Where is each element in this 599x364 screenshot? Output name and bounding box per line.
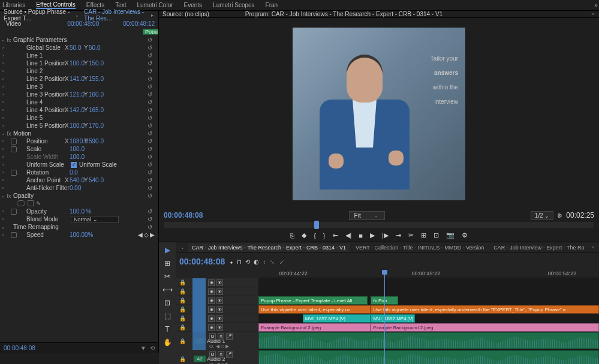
property-row[interactable]: ›Line 2↺ bbox=[0, 67, 158, 75]
track-label[interactable]: A2 bbox=[194, 356, 206, 362]
filter-icon[interactable]: ▼ bbox=[140, 345, 146, 351]
reset-icon[interactable]: ↺ bbox=[148, 60, 152, 67]
property-row[interactable]: ›Line 4 PositionX142.0Y165.0↺ bbox=[0, 106, 158, 114]
track-body[interactable] bbox=[258, 350, 599, 365]
sequence-tab-1[interactable]: VERT - Collection - Title - INITIALS - M… bbox=[352, 243, 487, 252]
reset-icon[interactable]: ↺ bbox=[148, 192, 152, 199]
clip[interactable]: Popup Phrase - Expert Template - Level A… bbox=[258, 296, 368, 305]
solo-toggle[interactable]: S bbox=[218, 333, 224, 340]
overflow-icon[interactable]: » bbox=[593, 2, 599, 8]
property-row[interactable]: ›Rotation0.0↺ bbox=[0, 169, 158, 176]
zoom-fit-select[interactable]: Fit⌄ bbox=[349, 211, 385, 220]
tab-events[interactable]: Events bbox=[184, 2, 203, 8]
transport-button-5[interactable]: ◀| bbox=[345, 231, 352, 239]
tool-3[interactable]: ⟷ bbox=[162, 285, 173, 294]
reset-icon[interactable]: ↺ bbox=[148, 130, 152, 137]
overflow-icon[interactable]: » bbox=[591, 11, 595, 17]
reset-icon[interactable]: ↺ bbox=[148, 177, 152, 183]
effect-group[interactable]: ⌄fxGraphic Parameters↺ bbox=[0, 36, 158, 44]
property-row[interactable]: ›Blend ModeNormal ⌄↺ bbox=[0, 215, 158, 223]
checkbox[interactable]: ✓ bbox=[71, 162, 77, 168]
tool-5[interactable]: ⬚ bbox=[164, 312, 171, 320]
program-panel-tab[interactable]: Program: CAR - Job Interviews - The Rese… bbox=[245, 11, 443, 17]
reset-icon[interactable]: ↺ bbox=[148, 91, 152, 98]
property-row[interactable]: ›Uniform Scale✓Uniform Scale↺ bbox=[0, 161, 158, 169]
lock-icon[interactable]: 🔒 bbox=[179, 356, 186, 362]
keyframe-toggle[interactable] bbox=[11, 146, 17, 152]
reset-icon[interactable]: ↺ bbox=[148, 185, 152, 191]
blend-select[interactable]: Normal ⌄ bbox=[71, 216, 119, 223]
reset-icon[interactable]: ↺ bbox=[148, 52, 152, 59]
tool-6[interactable]: T bbox=[165, 325, 169, 333]
eye-toggle[interactable]: 👁 bbox=[216, 324, 223, 331]
transport-button-0[interactable]: ⎘ bbox=[290, 232, 294, 239]
reset-icon[interactable]: ↺ bbox=[148, 44, 152, 51]
panel-timecode[interactable]: 00:00:48:08 bbox=[4, 345, 35, 351]
tab-text[interactable]: Text bbox=[115, 2, 126, 8]
reset-icon[interactable]: ↺ bbox=[148, 169, 152, 176]
monitor-timecode[interactable]: 00:00:48:08 bbox=[164, 211, 203, 219]
property-row[interactable]: ›Anchor PointX540.0Y540.0↺ bbox=[0, 176, 158, 184]
property-row[interactable]: ›Scale100.0↺ bbox=[0, 145, 158, 153]
clip[interactable]: Example Background 2.jpeg bbox=[371, 323, 599, 332]
property-row[interactable]: ›Line 1 PositionX100.0Y150.0↺ bbox=[0, 59, 158, 67]
reset-icon[interactable]: ↺ bbox=[148, 83, 152, 90]
reset-icon[interactable]: ↺ bbox=[148, 146, 152, 152]
sequence-tab-0[interactable]: CAR - Job Interviews - The Research - Ex… bbox=[188, 243, 350, 252]
keyframe-nav[interactable]: ◀◇▶ bbox=[138, 231, 155, 238]
lock-icon[interactable]: 🔒 bbox=[179, 297, 186, 303]
tl-option-icon[interactable]: ⟲ bbox=[245, 258, 250, 265]
mute-toggle[interactable]: ◉ bbox=[208, 324, 215, 331]
tab-effects[interactable]: Effects bbox=[86, 2, 104, 8]
timeline-timecode[interactable]: 00:00:48:08 bbox=[179, 257, 225, 266]
reset-icon[interactable]: ↺ bbox=[148, 216, 152, 222]
eye-toggle[interactable]: 👁 bbox=[216, 279, 223, 286]
property-row[interactable]: ›Speed100.00%◀◇▶ bbox=[0, 231, 158, 239]
track-body[interactable] bbox=[258, 287, 599, 296]
reset-icon[interactable]: ↺ bbox=[148, 224, 152, 230]
transport-button-7[interactable]: ▶ bbox=[370, 231, 375, 239]
clip[interactable]: MVI_1857.MP4 [V] bbox=[371, 314, 415, 323]
reset-icon[interactable]: ↺ bbox=[148, 99, 152, 106]
play-only-icon[interactable]: ▸ bbox=[150, 13, 155, 18]
transport-button-2[interactable]: { bbox=[314, 232, 316, 239]
tool-7[interactable]: ✋ bbox=[163, 338, 172, 347]
eye-toggle[interactable]: 👁 bbox=[216, 315, 223, 322]
lock-icon[interactable]: 🔒 bbox=[179, 324, 186, 330]
zoom-icon[interactable]: ⟲ bbox=[150, 345, 155, 351]
transport-button-6[interactable]: ■ bbox=[359, 232, 363, 239]
transport-button-11[interactable]: ⊞ bbox=[421, 231, 426, 239]
property-row[interactable]: ›PositionX1080.0Y590.0↺ bbox=[0, 137, 158, 145]
tl-option-icon[interactable]: ↕ bbox=[263, 258, 266, 265]
lock-icon[interactable]: 🔒 bbox=[179, 338, 186, 344]
tool-4[interactable]: ⊡ bbox=[164, 299, 170, 307]
mute-toggle[interactable]: M bbox=[209, 333, 216, 340]
voice-icon[interactable]: 🎤 bbox=[226, 351, 233, 358]
property-row[interactable]: ›Line 3↺ bbox=[0, 83, 158, 91]
mute-toggle[interactable]: ◉ bbox=[208, 279, 215, 286]
mute-toggle[interactable]: ◉ bbox=[208, 306, 215, 313]
lock-icon[interactable]: 🔒 bbox=[179, 288, 186, 294]
mute-toggle[interactable]: ◉ bbox=[208, 315, 215, 322]
chevron-down-icon[interactable]: ⌄ bbox=[74, 13, 80, 18]
reset-icon[interactable]: ↺ bbox=[148, 208, 152, 215]
resolution-select[interactable]: 1/2 ⌄ bbox=[531, 211, 553, 220]
property-row[interactable]: ›Global ScaleX50.0Y50.0↺ bbox=[0, 44, 158, 52]
audio-clip[interactable] bbox=[258, 332, 599, 349]
property-row[interactable]: ✎ bbox=[0, 200, 158, 207]
track-body[interactable] bbox=[258, 278, 599, 287]
transport-button-4[interactable]: ⇤ bbox=[333, 231, 338, 239]
monitor-scrubber[interactable] bbox=[164, 222, 594, 228]
effect-group[interactable]: ⌄fxOpacity↺ bbox=[0, 192, 158, 200]
track-body[interactable]: MVI_1857.MP4 [V]MVI_1857.MP4 [V] bbox=[258, 314, 599, 323]
mini-timeline[interactable]: Popup Phrase - Expert Template - Level A… bbox=[0, 28, 158, 36]
track-body[interactable] bbox=[258, 332, 599, 350]
transport-button-13[interactable]: 📷 bbox=[446, 231, 454, 239]
clip[interactable]: Use this vignette over talent, especiall… bbox=[371, 305, 599, 314]
track-body[interactable]: Example Background 2.jpegExample Backgro… bbox=[258, 323, 599, 332]
transport-button-1[interactable]: ◆ bbox=[302, 231, 306, 239]
solo-toggle[interactable]: S bbox=[218, 351, 224, 358]
keyframe-toggle[interactable] bbox=[11, 139, 17, 145]
tab-lumetri-scopes[interactable]: Lumetri Scopes bbox=[213, 2, 254, 8]
keyframe-toggle[interactable] bbox=[11, 209, 17, 215]
